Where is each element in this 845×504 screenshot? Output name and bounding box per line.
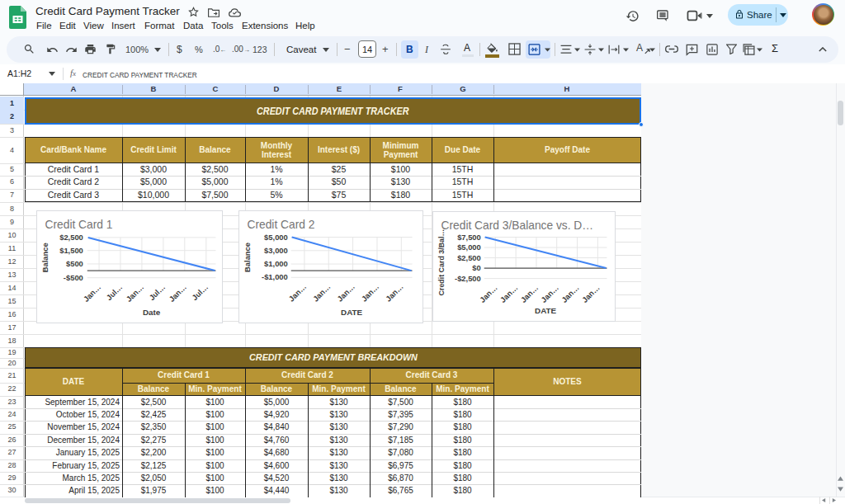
svg-text:-$2,500: -$2,500 <box>455 275 481 283</box>
svg-text:-$500: -$500 <box>64 274 83 282</box>
svg-text:$5,000: $5,000 <box>457 243 481 252</box>
svg-text:Jan…: Jan… <box>479 284 499 304</box>
svg-text:Jul…: Jul… <box>191 283 210 302</box>
svg-text:Jan…: Jan… <box>385 282 405 303</box>
svg-text:Credit Card 2: Credit Card 2 <box>248 219 315 231</box>
svg-text:$1,500: $1,500 <box>59 247 83 255</box>
svg-text:$1,000: $1,000 <box>264 260 288 268</box>
svg-text:Jan…: Jan… <box>312 282 333 303</box>
svg-text:Jan…: Jan… <box>540 284 560 304</box>
svg-text:Jan…: Jan… <box>336 282 356 303</box>
svg-text:Date: Date <box>143 308 161 317</box>
svg-text:Credit Card 3/Balance vs. D…: Credit Card 3/Balance vs. D… <box>441 219 594 232</box>
svg-text:Credit Card 3/Bal…: Credit Card 3/Bal… <box>437 229 446 296</box>
svg-text:Jul…: Jul… <box>148 283 167 302</box>
svg-text:Jul…: Jul… <box>105 283 124 302</box>
svg-text:Jan…: Jan… <box>125 283 145 304</box>
svg-text:$2,500: $2,500 <box>59 233 83 242</box>
svg-text:$7,500: $7,500 <box>457 233 481 242</box>
svg-text:Jan…: Jan… <box>287 282 308 303</box>
svg-text:$5,000: $5,000 <box>264 233 288 242</box>
svg-text:Jan…: Jan… <box>82 283 102 304</box>
svg-text:$500: $500 <box>66 260 83 268</box>
svg-text:DATE: DATE <box>341 308 362 317</box>
svg-text:$3,000: $3,000 <box>264 247 288 255</box>
svg-text:-$1,000: -$1,000 <box>262 273 288 281</box>
svg-text:$2,500: $2,500 <box>457 254 481 262</box>
svg-text:Jan…: Jan… <box>581 284 602 304</box>
svg-text:Jan…: Jan… <box>168 283 188 304</box>
svg-text:Jan…: Jan… <box>360 282 380 303</box>
svg-text:DATE: DATE <box>535 306 556 315</box>
svg-text:Credit Card 1: Credit Card 1 <box>45 219 113 231</box>
svg-text:Balance: Balance <box>41 243 50 272</box>
svg-text:Jan…: Jan… <box>560 284 581 304</box>
svg-text:Balance: Balance <box>243 243 252 272</box>
svg-text:$0: $0 <box>472 264 480 272</box>
svg-text:Jan…: Jan… <box>519 284 540 304</box>
svg-text:Jan…: Jan… <box>498 284 519 304</box>
